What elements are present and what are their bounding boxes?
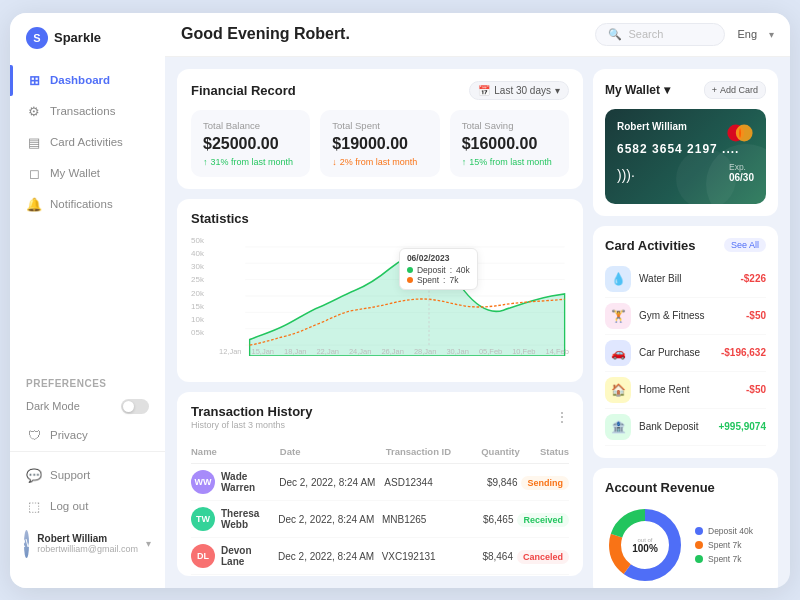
balance-label: Total Balance (203, 120, 298, 131)
dark-mode-toggle[interactable] (121, 399, 149, 414)
sidebar-item-support[interactable]: 💬 Support (10, 460, 165, 491)
table-row: DL Devon Lane Dec 2, 2022, 8:24 AM VXC19… (191, 538, 569, 575)
date-range-badge[interactable]: 📅 Last 30 days ▾ (469, 81, 569, 100)
wallet-icon: ◻ (26, 166, 42, 181)
statistics-header: Statistics (191, 211, 569, 226)
person-name-0: Wade Warren (221, 471, 275, 493)
chart-y-labels: 50k40k30k25k20k15k10k05k (191, 236, 204, 338)
person-cell-1: TW Theresa Webb (191, 507, 274, 531)
sidebar-item-transactions[interactable]: ⚙ Transactions (10, 96, 165, 127)
table-row: WW Wade Warren Dec 2, 2022, 8:24 AM ASD1… (191, 464, 569, 501)
qty-0: $9,846 (473, 477, 518, 488)
legend-dot-deposit (695, 527, 703, 535)
dashboard-icon: ⊞ (26, 73, 42, 88)
chevron-down-icon: ▾ (146, 538, 151, 549)
sidebar-item-privacy[interactable]: 🛡 Privacy (10, 420, 165, 451)
sidebar-label-dashboard: Dashboard (50, 74, 110, 86)
wallet-section: My Wallet ▾ + Add Card (593, 69, 778, 216)
ca-name-water-bill: Water Bill (639, 273, 732, 284)
left-panel: Financial Record 📅 Last 30 days ▾ Total … (177, 69, 583, 576)
sidebar-item-my-wallet[interactable]: ◻ My Wallet (10, 158, 165, 189)
status-2: Canceled (517, 551, 569, 562)
bank-icon: 🏦 (605, 414, 631, 440)
wallet-label: My Wallet (605, 83, 660, 97)
sidebar-item-card-activities[interactable]: ▤ Card Activities (10, 127, 165, 158)
sidebar-item-dashboard[interactable]: ⊞ Dashboard (10, 65, 165, 96)
add-card-button[interactable]: + Add Card (704, 81, 766, 99)
financial-record-header: Financial Record 📅 Last 30 days ▾ (191, 81, 569, 100)
support-icon: 💬 (26, 468, 42, 483)
search-box[interactable]: 🔍 Search (595, 23, 725, 46)
see-all-button[interactable]: See All (724, 238, 766, 252)
main-content: Good Evening Robert. 🔍 Search Eng ▾ Fina… (165, 13, 790, 588)
sidebar-item-logout[interactable]: ⬚ Log out (10, 491, 165, 522)
sidebar-item-notifications[interactable]: 🔔 Notifications (10, 189, 165, 220)
saving-value: $16000.00 (462, 135, 557, 153)
dark-mode-row: Dark Mode (10, 393, 165, 420)
person-cell-2: DL Devon Lane (191, 544, 274, 568)
status-badge-0: Sending (521, 476, 569, 490)
tid-0: ASD12344 (384, 477, 468, 488)
sidebar-label-support: Support (50, 469, 90, 481)
statistics-section: Statistics 50k40k30k25k20k15k10k05k (177, 199, 583, 383)
chevron-down-icon: ▾ (555, 85, 560, 96)
language-selector[interactable]: Eng (737, 28, 757, 40)
stat-card-balance: Total Balance $25000.00 ↑ 31% from last … (191, 110, 310, 177)
page-title: Good Evening Robert. (181, 25, 583, 43)
status-badge-2: Canceled (517, 550, 569, 564)
ca-item-home-rent: 🏠 Home Rent -$50 (605, 372, 766, 409)
home-icon: 🏠 (605, 377, 631, 403)
legend-label-deposit: Deposit 40k (708, 526, 753, 536)
legend-item-deposit: Deposit 40k (695, 526, 753, 536)
stat-card-spent: Total Spent $19000.00 ↓ 2% from last mon… (320, 110, 439, 177)
qty-1: $6,465 (469, 514, 513, 525)
ca-item-gym: 🏋 Gym & Fitness -$50 (605, 298, 766, 335)
toggle-knob (123, 401, 134, 412)
financial-record-title: Financial Record (191, 83, 296, 98)
revenue-legend: Deposit 40k Spent 7k Spent 7k (695, 526, 753, 564)
saving-label: Total Saving (462, 120, 557, 131)
transaction-title: Transaction History (191, 404, 312, 419)
table-row: TW Theresa Webb Dec 2, 2022, 8:24 AM MNB… (191, 501, 569, 538)
sidebar-bottom: 💬 Support ⬚ Log out RW Robert William ro… (10, 451, 165, 574)
gym-icon: 🏋 (605, 303, 631, 329)
transaction-section: Transaction History History of last 3 mo… (177, 392, 583, 576)
revenue-header: Account Revenue (605, 480, 766, 495)
app-container: S Sparkle ⊞ Dashboard ⚙ Transactions ▤ C… (10, 13, 790, 588)
search-input[interactable]: Search (628, 28, 663, 40)
calendar-icon: 📅 (478, 85, 490, 96)
transaction-header: Transaction History History of last 3 mo… (191, 404, 569, 430)
statistics-title: Statistics (191, 211, 249, 226)
sidebar-label-wallet: My Wallet (50, 167, 100, 179)
ca-name-bank-deposit: Bank Deposit (639, 421, 710, 432)
search-icon: 🔍 (608, 28, 622, 41)
chevron-down-icon: ▾ (769, 29, 774, 40)
status-0: Sending (521, 477, 569, 488)
transactions-icon: ⚙ (26, 104, 42, 119)
more-options-icon[interactable]: ⋮ (555, 409, 569, 425)
logout-icon: ⬚ (26, 499, 42, 514)
col-header-status: Status (524, 446, 569, 457)
col-header-name: Name (191, 446, 276, 457)
card-activities-title: Card Activities (605, 238, 696, 253)
ca-item-bank-deposit: 🏦 Bank Deposit +995,9074 (605, 409, 766, 446)
wallet-header: My Wallet ▾ + Add Card (605, 81, 766, 99)
topbar: Good Evening Robert. 🔍 Search Eng ▾ (165, 13, 790, 57)
card-activities-header: Card Activities See All (605, 238, 766, 253)
status-1: Received (517, 514, 569, 525)
person-avatar-2: DL (191, 544, 215, 568)
legend-item-spent1: Spent 7k (695, 540, 753, 550)
revenue-title: Account Revenue (605, 480, 715, 495)
table-header: Name Date Transaction ID Quantity Status (191, 440, 569, 464)
user-profile-row[interactable]: RW Robert William robertwilliam@gmail.co… (10, 522, 165, 566)
person-avatar-1: TW (191, 507, 215, 531)
legend-label-spent1: Spent 7k (708, 540, 742, 550)
ca-amount-bank-deposit: +995,9074 (718, 421, 766, 432)
donut-container: out of 100% (605, 505, 685, 585)
status-badge-1: Received (517, 513, 569, 527)
card-brand-logo (726, 119, 754, 147)
donut-chart: out of 100% (605, 505, 685, 585)
chart-svg (191, 236, 569, 356)
user-info: Robert William robertwilliam@gmail.com (37, 533, 138, 554)
stat-cards: Total Balance $25000.00 ↑ 31% from last … (191, 110, 569, 177)
